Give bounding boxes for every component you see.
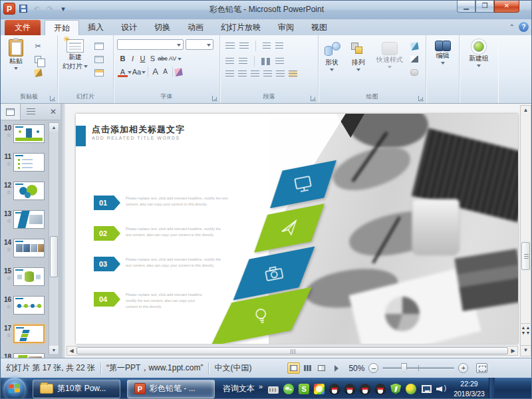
format-painter-button[interactable] [31, 67, 45, 78]
slide-thumb-15[interactable]: 15 [1, 267, 47, 291]
360-ball-icon[interactable] [406, 384, 416, 394]
next-slide-icon[interactable]: ▼▼ [521, 331, 531, 336]
minimize-button[interactable]: ▁ [457, 1, 475, 13]
scroll-right-icon[interactable]: ▶ [509, 346, 517, 355]
taskbar-toolbar-label[interactable]: 咨询文本 [223, 383, 255, 394]
align-left-icon[interactable] [225, 70, 234, 77]
list-item-02[interactable]: 02 Please replace text, click add releva… [94, 226, 225, 241]
copy-button[interactable] [31, 54, 45, 65]
change-case-arrow[interactable] [142, 71, 146, 74]
tab-review[interactable]: 审阅 [269, 20, 303, 35]
zoom-slider[interactable] [382, 367, 454, 369]
tab-view[interactable]: 视图 [303, 20, 336, 35]
zoom-in-button[interactable]: + [458, 363, 468, 373]
fit-to-window-button[interactable] [476, 363, 487, 373]
numbering-icon[interactable] [239, 43, 249, 50]
list-item-03[interactable]: 03 Please replace text, click add releva… [94, 257, 225, 271]
qq-icon[interactable] [329, 384, 340, 394]
new-group-button[interactable]: 新建组 [460, 35, 498, 67]
zoom-out-button[interactable]: – [368, 363, 378, 373]
start-button[interactable] [3, 378, 26, 399]
360-shield-icon[interactable] [390, 384, 401, 394]
tab-slideshow[interactable]: 幻灯片放映 [212, 20, 269, 35]
slide-thumb-14[interactable]: 14 [1, 239, 47, 263]
qq-icon[interactable] [344, 384, 355, 394]
text-direction-icon[interactable] [275, 43, 283, 50]
bullets-icon[interactable] [225, 43, 235, 50]
keyboard-ime-icon[interactable] [268, 386, 279, 394]
panel-close-icon[interactable]: ✕ [50, 107, 57, 116]
collapse-ribbon-icon[interactable]: ⌃ [509, 23, 515, 31]
align-center-icon[interactable] [238, 70, 247, 77]
tab-file[interactable]: 文件 [5, 20, 41, 35]
show-desktop-button[interactable] [489, 378, 495, 399]
previous-next-slide-buttons[interactable]: ▲▲ ▼▼ [520, 323, 531, 346]
character-spacing-arrow[interactable] [178, 58, 182, 61]
section-button[interactable] [92, 67, 106, 78]
scroll-up-icon[interactable]: ▲ [521, 107, 531, 113]
panel-scroll-down-icon[interactable]: ▼ [49, 346, 59, 354]
arrange-button[interactable]: 排列 [345, 38, 372, 78]
shrink-font-button[interactable]: A [160, 66, 170, 77]
paste-dropdown-arrow[interactable] [14, 67, 18, 70]
horizontal-scrollbar-thumb[interactable] [76, 347, 508, 354]
panel-scroll-up-icon[interactable]: ▲ [49, 123, 59, 132]
quick-styles-button[interactable]: 快速样式 [372, 38, 408, 78]
font-color-button[interactable]: A [118, 66, 128, 77]
bold-button[interactable]: B [118, 53, 128, 64]
shape-effects-button[interactable] [408, 67, 421, 78]
panel-scrollbar-thumb[interactable] [50, 236, 58, 277]
layout-button[interactable] [92, 41, 106, 51]
taskbar-button-powerpoint[interactable]: P 彩色铅笔 - ... [127, 380, 215, 398]
shape-outline-button[interactable] [408, 54, 421, 65]
grow-font-button[interactable]: A [150, 66, 160, 77]
sogou-icon[interactable]: S [299, 384, 309, 394]
scroll-left-icon[interactable]: ◀ [67, 346, 76, 355]
tab-transitions[interactable]: 切换 [146, 20, 179, 35]
slide-thumb-10[interactable]: 10 [1, 124, 47, 148]
slideshow-button[interactable] [329, 362, 342, 374]
list-item-01[interactable]: 01 Please replace text, click add releva… [94, 196, 233, 210]
align-right-icon[interactable] [251, 70, 259, 77]
taskbar-button-folder[interactable]: 第10章 Pow... [33, 380, 120, 398]
change-case-button[interactable]: Aa [132, 66, 142, 77]
tab-animations[interactable]: 动画 [179, 20, 212, 35]
language-indicator[interactable]: 中文(中国) [214, 362, 251, 374]
normal-view-button[interactable] [287, 362, 300, 374]
line-spacing-icon[interactable] [263, 43, 271, 50]
qq-icon[interactable] [375, 384, 386, 394]
underline-button[interactable]: U [138, 53, 148, 64]
panel-scrollbar[interactable]: ▲ ▼ [49, 122, 59, 355]
cut-button[interactable]: ✂ [31, 41, 45, 51]
slide-thumb-12[interactable]: 12 [1, 182, 47, 205]
tab-outline[interactable] [21, 104, 41, 120]
font-dialog-launcher[interactable] [212, 96, 217, 101]
slide-thumb-11[interactable]: 11 [1, 153, 47, 177]
network-icon[interactable] [421, 384, 432, 395]
paste-button[interactable]: 粘贴 [1, 35, 31, 78]
font-name-combobox[interactable] [117, 39, 184, 50]
tab-home[interactable]: 开始 [45, 20, 79, 35]
tray-overflow-chevron[interactable]: » [259, 382, 263, 390]
zoom-slider-handle[interactable] [401, 363, 407, 372]
text-shadow-button[interactable]: S [148, 53, 158, 64]
justify-icon[interactable] [263, 70, 272, 77]
list-item-04[interactable]: 04 Please replace text, click add releva… [94, 292, 204, 309]
title-bar[interactable]: P ↶ ↷ ▾ 彩色铅笔 - Microsoft PowerPoint ▁ ❐ … [1, 1, 532, 19]
shape-fill-button[interactable] [408, 41, 421, 51]
columns-icon[interactable] [261, 58, 271, 65]
vertical-scrollbar[interactable]: ▲ ▼ [520, 105, 531, 356]
help-icon[interactable]: ? [519, 22, 529, 32]
horizontal-scrollbar[interactable]: ◀ ▶ [66, 346, 518, 356]
italic-button[interactable]: I [128, 53, 138, 64]
editing-button[interactable]: 编辑 [426, 35, 459, 65]
slide-thumb-18[interactable]: 18 [1, 353, 47, 358]
zoom-level[interactable]: 50% [348, 364, 364, 373]
tab-slides-thumbnails[interactable] [1, 104, 21, 120]
character-spacing-button[interactable]: AV [168, 53, 178, 64]
close-button[interactable]: ✕ [494, 1, 519, 13]
taskbar-clock[interactable]: 22:29 2018/3/23 [454, 379, 485, 398]
scroll-down-icon[interactable]: ▼ [521, 347, 531, 353]
wechat-icon[interactable] [283, 384, 294, 394]
distribute-icon[interactable] [276, 70, 285, 77]
